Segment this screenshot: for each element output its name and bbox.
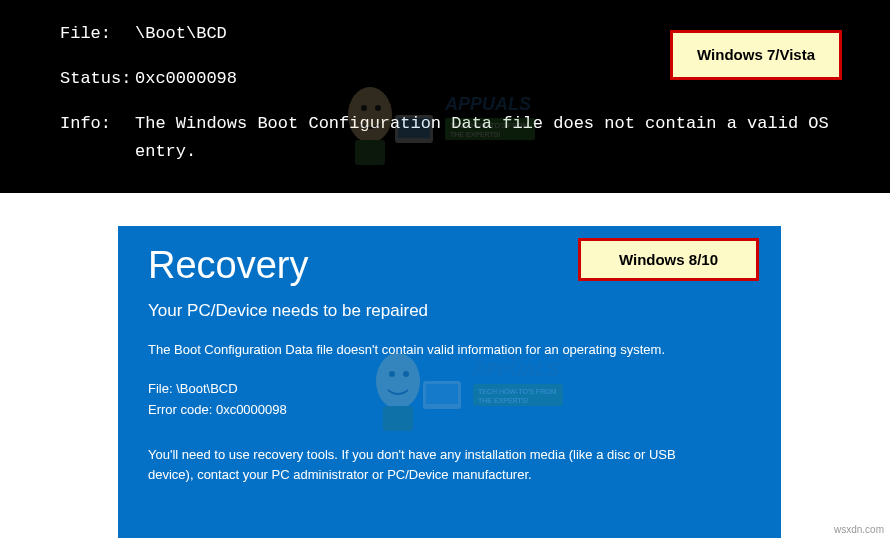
attribution-text: wsxdn.com [834,524,884,535]
file-label: File: [60,20,135,47]
recovery-error-line: Error code: 0xc0000098 [148,402,751,417]
info-value: The Windows Boot Configuration Data file… [135,110,890,164]
svg-point-11 [389,371,395,377]
os-label-text-2: Windows 8/10 [619,251,718,268]
status-label: Status: [60,65,135,92]
recovery-description: The Boot Configuration Data file doesn't… [148,341,751,359]
svg-point-12 [403,371,409,377]
status-value: 0xc0000098 [135,65,237,92]
win7-vista-label: Windows 7/Vista [670,30,842,80]
blue-container: Recovery Your PC/Device needs to be repa… [0,193,890,538]
win7-error-screen: File: \Boot\BCD Status: 0xc0000098 Info:… [0,0,890,193]
info-row: Info: The Windows Boot Configuration Dat… [60,110,890,164]
recovery-instructions: You'll need to use recovery tools. If yo… [148,445,688,484]
recovery-file-line: File: \Boot\BCD [148,381,751,396]
svg-text:APPUALS: APPUALS [472,360,559,380]
info-label: Info: [60,110,135,164]
file-value: \Boot\BCD [135,20,227,47]
recovery-subtitle: Your PC/Device needs to be repaired [148,301,751,321]
win8-recovery-screen: Recovery Your PC/Device needs to be repa… [118,226,781,538]
os-label-text: Windows 7/Vista [697,46,815,63]
win8-10-label: Windows 8/10 [578,238,759,281]
